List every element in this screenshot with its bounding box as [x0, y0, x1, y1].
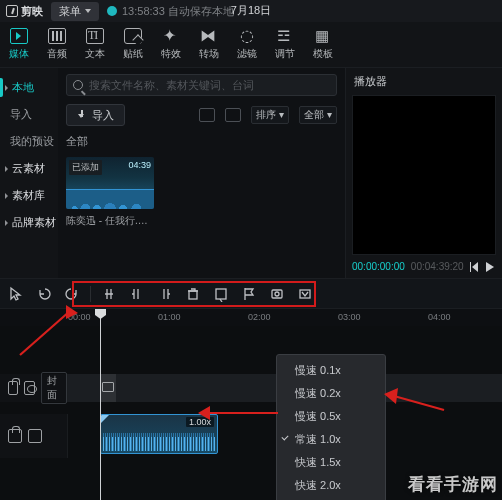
source-sidebar: 本地 导入 我的预设 云素材 素材库 品牌素材: [0, 68, 58, 278]
tab-audio[interactable]: 音频: [38, 22, 76, 67]
clip-speed-badge: 1.00x: [186, 417, 214, 427]
cover-button[interactable]: 封面: [41, 372, 67, 404]
filter-dropdown[interactable]: 全部 ▾: [299, 106, 337, 124]
tab-transition[interactable]: 转场: [190, 22, 228, 67]
svg-rect-2: [272, 290, 282, 298]
tab-template[interactable]: 模板: [304, 22, 342, 67]
template-icon: [314, 28, 332, 44]
ruler-tick: 01:00: [158, 312, 181, 322]
media-icon: [10, 28, 28, 44]
speed-option[interactable]: 慢速 0.1x: [277, 359, 385, 382]
ruler-tick: 02:00: [248, 312, 271, 322]
speed-option[interactable]: 慢速 0.5x: [277, 405, 385, 428]
play-icon[interactable]: [486, 262, 494, 272]
ruler-tick: 03:00: [338, 312, 361, 322]
player-title: 播放器: [346, 68, 502, 95]
rewind-icon[interactable]: [470, 262, 478, 272]
app-logo: 剪映: [6, 4, 43, 19]
text-icon: [86, 28, 104, 44]
timeline-toolbar: [0, 278, 502, 308]
expand-icon: [5, 85, 8, 91]
audio-clip[interactable]: 1.00x: [100, 414, 218, 454]
media-clip[interactable]: 已添加 04:39 陈奕迅 - 任我行.mp3: [66, 157, 154, 228]
sidebar-item-cloud[interactable]: 云素材: [0, 155, 58, 182]
svg-rect-1: [216, 289, 226, 299]
undo-button[interactable]: [34, 285, 54, 303]
status-dot-icon: [107, 6, 117, 16]
sticker-icon: [124, 28, 142, 44]
player-viewport[interactable]: [352, 95, 496, 255]
trim-left-tool[interactable]: [127, 285, 147, 303]
speed-option[interactable]: 慢速 0.2x: [277, 382, 385, 405]
tab-text[interactable]: 文本: [76, 22, 114, 67]
blank-clip-icon: [100, 374, 116, 402]
tab-media[interactable]: 媒体: [0, 22, 38, 67]
watermark: 看看手游网: [408, 473, 498, 496]
video-track-head: 封面: [0, 374, 68, 402]
pointer-tool[interactable]: [6, 285, 26, 303]
ruler-tick: 00:00: [68, 312, 91, 322]
expand-icon: [5, 220, 8, 226]
sidebar-item-brand[interactable]: 品牌素材: [0, 209, 58, 236]
sidebar-item-library[interactable]: 素材库: [0, 182, 58, 209]
lock-icon[interactable]: [8, 429, 22, 443]
svg-rect-0: [189, 291, 197, 299]
audio-icon: [48, 28, 66, 44]
chevron-down-icon: [85, 9, 91, 13]
view-thumb-icon[interactable]: [199, 108, 215, 122]
record-tool[interactable]: [267, 285, 287, 303]
sort-dropdown[interactable]: 排序 ▾: [251, 106, 289, 124]
speed-option-selected[interactable]: 常速 1.0x: [277, 428, 385, 451]
redo-button[interactable]: [62, 285, 82, 303]
logo-icon: [6, 5, 18, 17]
tab-adjust[interactable]: 调节: [266, 22, 304, 67]
expand-icon: [5, 166, 8, 172]
player-panel: 播放器 00:00:00:00 00:04:39:20: [345, 68, 502, 278]
module-tabs: 媒体 音频 文本 贴纸 特效 转场 滤镜 调节 模板: [0, 22, 502, 68]
expand-icon: [5, 193, 8, 199]
group-label: 全部: [66, 134, 337, 149]
clip-thumbnail: 已添加 04:39: [66, 157, 154, 209]
cut-tool[interactable]: [211, 285, 231, 303]
speed-option[interactable]: 快速 1.5x: [277, 451, 385, 474]
clip-added-badge: 已添加: [69, 160, 102, 175]
transition-icon: [200, 28, 218, 44]
import-button[interactable]: 导入: [66, 104, 125, 126]
tab-sticker[interactable]: 贴纸: [114, 22, 152, 67]
marker-tool[interactable]: [239, 285, 259, 303]
clip-filename: 陈奕迅 - 任我行.mp3: [66, 214, 154, 228]
effect-icon: [162, 28, 180, 44]
filter-icon: [238, 28, 256, 44]
media-panel: 搜索文件名称、素材关键词、台词 导入 排序 ▾ 全部 ▾ 全部: [58, 68, 345, 278]
speed-context-menu: 慢速 0.1x 慢速 0.2x 慢速 0.5x 常速 1.0x 快速 1.5x …: [276, 354, 386, 500]
playhead[interactable]: [100, 309, 101, 500]
search-input[interactable]: 搜索文件名称、素材关键词、台词: [66, 74, 337, 96]
visibility-icon[interactable]: [24, 381, 34, 395]
speed-option[interactable]: 快速 2.0x: [277, 474, 385, 497]
clip-duration: 04:39: [128, 160, 151, 170]
sidebar-item-import[interactable]: 导入: [0, 101, 58, 128]
trim-right-tool[interactable]: [155, 285, 175, 303]
menu-button[interactable]: 菜单: [51, 2, 99, 21]
autosave-status: 13:58:33 自动保存本地: [107, 4, 234, 19]
freeze-tool[interactable]: [295, 285, 315, 303]
app-name: 剪映: [21, 4, 43, 19]
adjust-icon: [276, 28, 294, 44]
sidebar-item-preset[interactable]: 我的预设: [0, 128, 58, 155]
search-icon: [73, 80, 83, 90]
import-icon: [77, 110, 87, 120]
lock-icon[interactable]: [8, 381, 18, 395]
view-list-icon[interactable]: [225, 108, 241, 122]
audio-track-head: [0, 414, 68, 458]
sidebar-item-local[interactable]: 本地: [0, 74, 58, 101]
tab-filter[interactable]: 滤镜: [228, 22, 266, 67]
split-tool[interactable]: [99, 285, 119, 303]
tab-effect[interactable]: 特效: [152, 22, 190, 67]
mute-icon[interactable]: [28, 429, 42, 443]
player-current-time: 00:00:00:00: [352, 261, 405, 272]
timeline-ruler[interactable]: 00:00 01:00 02:00 03:00 04:00: [0, 308, 502, 326]
fade-handle-icon[interactable]: [100, 414, 110, 424]
delete-tool[interactable]: [183, 285, 203, 303]
document-title: 7月18日: [231, 3, 271, 18]
player-total-time: 00:04:39:20: [411, 261, 464, 272]
